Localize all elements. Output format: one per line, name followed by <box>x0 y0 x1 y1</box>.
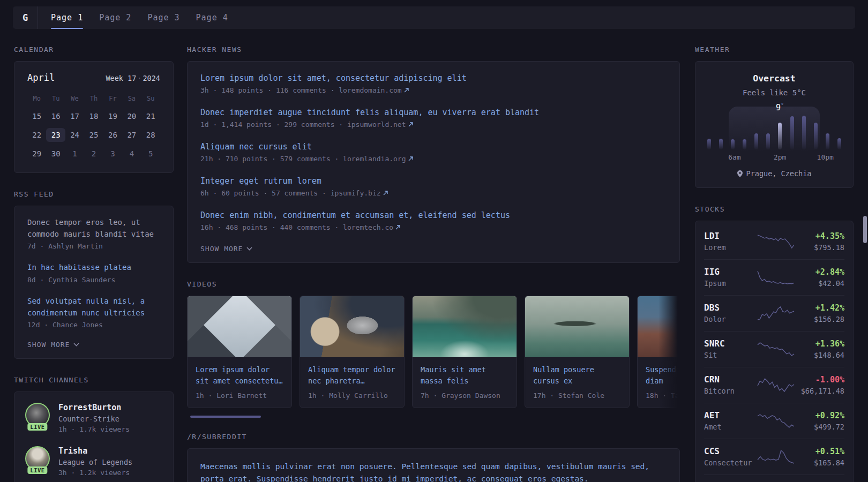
video-title[interactable]: massa felis <box>421 375 508 387</box>
calendar-day[interactable]: 19 <box>103 109 122 123</box>
calendar-day[interactable]: 1 <box>65 147 84 161</box>
hackernews-show-more-button[interactable]: SHOW MORE <box>200 245 667 253</box>
middle-column: HACKER NEWS Lorem ipsum dolor sit amet, … <box>187 46 680 482</box>
twitch-card: LIVEForrestBurtonCounter-Strike1h · 1.7k… <box>14 391 174 482</box>
video-title[interactable]: cursus ex <box>533 375 621 387</box>
hackernews-item-title[interactable]: Lorem ipsum dolor sit amet, consectetur … <box>200 73 667 83</box>
video-thumbnail <box>300 296 404 357</box>
stock-row[interactable]: DBSDolor+1.42%$156.28 <box>704 295 844 331</box>
weather-bar <box>719 139 723 149</box>
calendar-day[interactable]: 15 <box>27 109 46 123</box>
stock-values: +0.51%$165.84 <box>796 447 844 467</box>
subreddit-post-title[interactable]: Maecenas mollis pulvinar erat non posuer… <box>200 461 667 473</box>
separator-dot: · <box>136 74 143 82</box>
page-scrollbar-thumb[interactable] <box>863 216 867 243</box>
hackernews-item-title[interactable]: Donec enim nibh, condimentum et accumsan… <box>200 210 667 220</box>
calendar-day-selected[interactable]: 23 <box>46 128 65 142</box>
calendar-day[interactable]: 4 <box>122 147 141 161</box>
video-title[interactable]: sit amet consectetu… <box>196 375 283 387</box>
external-link-icon <box>408 156 413 161</box>
calendar-day[interactable]: 27 <box>122 128 141 142</box>
video-card[interactable]: Aliquam tempor dolornec pharetra…1h · Mo… <box>300 296 405 408</box>
rss-item-title[interactable]: commodo mauris blandit vitae <box>27 229 160 240</box>
subreddit-post-title[interactable]: porta erat. Suspendisse hendrerit justo … <box>200 473 667 482</box>
video-card[interactable]: Suspendissediam18h · Tara <box>637 296 680 408</box>
hackernews-item-title[interactable]: Donec imperdiet augue tincidunt felis al… <box>200 108 667 117</box>
tab-page-1[interactable]: Page 1 <box>51 6 83 29</box>
video-card[interactable]: Mauris sit ametmassa felis7h · Grayson D… <box>412 296 517 408</box>
video-card-body: Suspendissediam18h · Tara <box>638 357 680 408</box>
calendar-day[interactable]: 24 <box>65 128 84 142</box>
video-title[interactable]: Aliquam tempor dolor <box>308 364 396 375</box>
stock-change: -1.00% <box>796 375 844 385</box>
stock-row[interactable]: AHS+0.46% <box>704 475 844 482</box>
video-title[interactable]: diam <box>646 375 680 387</box>
video-title[interactable]: Suspendisse <box>646 364 680 375</box>
stock-change: +0.51% <box>796 447 844 456</box>
calendar-day[interactable]: 28 <box>141 128 160 142</box>
app-logo[interactable]: G <box>13 6 38 29</box>
rss-item-title[interactable]: Donec tempor eros leo, ut <box>27 217 160 229</box>
stock-row[interactable]: CRNBitcorn-1.00%$66,171.48 <box>704 367 844 403</box>
rss-show-more-button[interactable]: SHOW MORE <box>27 341 160 349</box>
tab-page-3[interactable]: Page 3 <box>147 6 179 29</box>
calendar-day[interactable]: 2 <box>84 147 103 161</box>
videos-carousel[interactable]: Lorem ipsum dolorsit amet consectetu…1h … <box>187 296 680 408</box>
video-title[interactable]: Nullam posuere <box>533 364 621 375</box>
external-link-icon <box>395 225 400 230</box>
calendar-day[interactable]: 26 <box>103 128 122 142</box>
weekday-label: Sa <box>122 95 141 104</box>
weekday-label: Tu <box>46 95 65 104</box>
video-card[interactable]: Nullam posuerecursus ex17h · Stefan Cole <box>525 296 630 408</box>
stock-row[interactable]: AETAmet+0.92%$499.72 <box>704 403 844 439</box>
rss-item-title[interactable]: condimentum nunc ultricies <box>27 307 160 319</box>
stock-row[interactable]: SNRCSit+1.36%$148.64 <box>704 331 844 367</box>
stock-sparkline <box>755 340 796 359</box>
calendar-day[interactable]: 25 <box>84 128 103 142</box>
tab-page-4[interactable]: Page 4 <box>196 6 228 29</box>
calendar-day[interactable]: 5 <box>141 147 160 161</box>
video-title[interactable]: Mauris sit amet <box>421 364 508 375</box>
stock-values: +0.92%$499.72 <box>796 411 844 431</box>
calendar-day[interactable]: 18 <box>84 109 103 123</box>
rss-item-meta: 7d · Ashlyn Martin <box>27 242 160 250</box>
rss-item: Sed volutpat nulla nisl, acondimentum nu… <box>27 296 160 329</box>
stock-row[interactable]: IIGIpsum+2.84%$42.04 <box>704 259 844 295</box>
twitch-channel-name[interactable]: ForrestBurton <box>58 403 130 412</box>
hackernews-item-domain[interactable]: ipsumify.biz <box>331 189 381 197</box>
weather-time-label: 10pm <box>817 153 834 161</box>
twitch-avatar-wrap: LIVE <box>25 403 50 427</box>
calendar-day[interactable]: 17 <box>65 109 84 123</box>
calendar-day[interactable]: 29 <box>27 147 46 161</box>
calendar-day[interactable]: 22 <box>27 128 46 142</box>
twitch-channel-info: ForrestBurtonCounter-Strike1h · 1.7k vie… <box>58 403 130 433</box>
calendar-day[interactable]: 16 <box>46 109 65 123</box>
twitch-channel-row[interactable]: LIVEForrestBurtonCounter-Strike1h · 1.7k… <box>25 403 162 433</box>
stock-row[interactable]: CCSConsectetur+0.51%$165.84 <box>704 439 844 475</box>
rss-item-title[interactable]: Sed volutpat nulla nisl, a <box>27 296 160 307</box>
calendar-day[interactable]: 20 <box>122 109 141 123</box>
video-title[interactable]: Lorem ipsum dolor <box>196 364 283 375</box>
twitch-channel-row[interactable]: LIVETrishaLeague of Legends3h · 1.2k vie… <box>25 446 162 477</box>
video-title[interactable]: nec pharetra… <box>308 375 396 387</box>
video-card-body: Mauris sit ametmassa felis7h · Grayson D… <box>413 357 517 408</box>
hackernews-item-title[interactable]: Integer eget rutrum lorem <box>200 176 667 186</box>
calendar-day[interactable]: 30 <box>46 147 65 161</box>
stock-symbol: CCS <box>704 446 755 456</box>
calendar-day[interactable]: 3 <box>103 147 122 161</box>
calendar-day[interactable]: 21 <box>141 109 160 123</box>
carousel-scroll-thumb[interactable] <box>190 416 261 418</box>
stock-id: DBSDolor <box>704 303 755 323</box>
stock-row[interactable]: LDILorem+4.35%$795.18 <box>704 224 844 259</box>
hackernews-item-domain[interactable]: ipsumworld.net <box>347 120 406 129</box>
hackernews-item-domain[interactable]: loremlandia.org <box>343 155 406 163</box>
tab-page-2[interactable]: Page 2 <box>99 6 131 29</box>
video-card[interactable]: Lorem ipsum dolorsit amet consectetu…1h … <box>187 296 292 408</box>
rss-item-title[interactable]: In hac habitasse platea <box>27 262 160 274</box>
twitch-channel-name[interactable]: Trisha <box>58 446 132 456</box>
video-meta: 1h · Lori Barnett <box>196 391 283 400</box>
hackernews-item-domain[interactable]: loremtech.co <box>343 223 393 231</box>
hackernews-item-title[interactable]: Aliquam nec cursus elit <box>200 142 667 152</box>
hackernews-item-domain[interactable]: loremdomain.com <box>339 86 401 94</box>
left-column: CALENDAR April Week 17·2024 MoTuWeThFrSa… <box>14 46 174 482</box>
